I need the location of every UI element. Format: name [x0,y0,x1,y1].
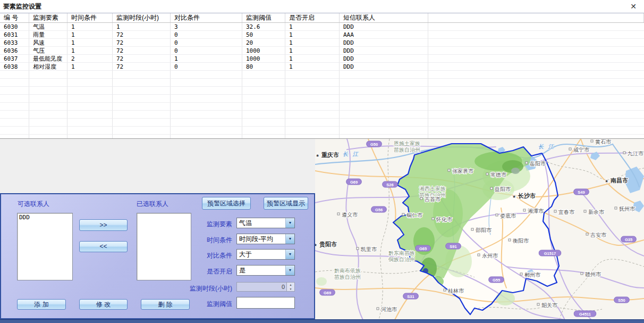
time-condition-select[interactable]: 时间段-平均 ▼ [236,234,295,244]
monitor-element-label: 监测要素 [168,220,232,229]
column-header[interactable]: 短信联系人 [340,13,428,22]
chevron-down-icon[interactable]: ▼ [285,218,294,228]
city-label: 郴州市 [524,272,541,278]
modify-button[interactable]: 修 改 [79,299,128,310]
table-cell: AAA [340,31,428,39]
warning-area-select-button[interactable]: 预警区域选择 [202,197,251,210]
available-contacts-listbox[interactable]: DDD [17,213,73,280]
spinner-arrows-icon[interactable]: ▲▼ [286,283,294,291]
table-cell [0,127,29,135]
road-badge-label: G55 [493,278,500,283]
table-cell [340,119,428,127]
chevron-down-icon[interactable]: ▼ [285,266,294,275]
table-cell: DDD [340,55,428,63]
table-cell: 72 [113,55,171,63]
table-row[interactable]: 6037最低能见度272110001DDD [0,55,644,63]
compare-condition-select[interactable]: 大于 ▼ [236,249,295,260]
table-cell [242,95,285,103]
table-cell [285,95,340,103]
selected-contacts-label: 已选联系人 [137,200,168,209]
column-header[interactable]: 编 号 [0,13,29,22]
table-row[interactable]: 6031雨量1720501AAA [0,31,644,39]
table-cell [171,135,242,139]
table-cell [67,79,113,87]
table-cell [113,119,171,127]
monitor-elements-table[interactable]: 编 号监测要素时间条件监测时段(小时)对比条件监测阈值是否开启短信联系人6030… [0,13,644,139]
chevron-down-icon[interactable]: ▼ [285,250,294,259]
road-badge-label: G1517 [544,251,556,256]
list-item[interactable]: DDD [18,213,72,221]
table-cell: 1 [67,23,113,31]
road-badge-label: G65 [419,246,427,251]
city-marker-icon [486,173,488,175]
table-cell [67,111,113,119]
table-cell [242,119,285,127]
column-header[interactable]: 对比条件 [171,13,242,22]
table-cell-filler [428,87,644,95]
road-badge-label: G69 [324,291,331,295]
table-cell [242,71,285,79]
table-cell [340,103,428,111]
table-cell: 1 [113,23,171,31]
column-header[interactable]: 监测阈值 [242,13,285,22]
city-marker-icon [420,197,422,200]
city-label: 赣州市 [585,271,601,277]
table-cell: 2 [67,55,113,63]
table-row[interactable]: 6033风速1720201DDD [0,39,644,47]
table-cell-filler [428,23,644,31]
table-row[interactable]: 6038相对湿度1720801DDD [0,63,644,71]
city-label: 重庆市 [321,152,339,158]
city-marker-icon [496,214,498,216]
table-cell: 0 [171,47,242,55]
prefecture-label: 黔东南苗族 [388,250,415,256]
prefecture-label: 苗族自治州 [394,147,420,153]
city-marker-icon [586,233,588,235]
move-right-button[interactable]: >> [79,219,128,231]
city-marker-icon [554,210,556,212]
table-cell [171,103,242,111]
table-cell [340,87,428,95]
monitor-period-spinner[interactable]: 0 ▲▼ [236,282,295,292]
table-row[interactable]: 6030气温11332.61DDD [0,23,644,31]
add-button[interactable]: 添 加 [17,299,66,310]
column-header[interactable]: 监测时段(小时) [113,13,171,22]
city-marker-icon [623,152,625,154]
table-cell [0,103,29,111]
table-cell: 50 [242,31,285,39]
table-cell: 6030 [0,23,29,31]
table-cell: 0 [171,31,242,39]
table-cell [29,79,67,87]
column-header[interactable]: 监测要素 [29,13,67,22]
table-cell [113,127,171,135]
monitor-element-select[interactable]: 气温 ▼ [236,218,295,228]
city-marker-icon [478,254,480,256]
table-cell [171,119,242,127]
table-cell [340,111,428,119]
table-cell [29,103,67,111]
column-header[interactable]: 时间条件 [67,13,113,22]
table-header-row[interactable]: 编 号监测要素时间条件监测时段(小时)对比条件监测阈值是否开启短信联系人 [0,13,644,23]
threshold-input[interactable] [236,297,295,309]
move-left-button[interactable]: << [79,241,128,252]
city-marker-icon [444,289,446,291]
enabled-select[interactable]: 是 ▼ [236,265,295,276]
table-empty-row [0,135,644,139]
table-cell-filler [428,13,644,22]
road-badge-label: G50 [370,142,378,147]
warning-region-map[interactable]: 长 江长 江 恩施土家族苗族自治州湘西土家族苗族自治州黔东南苗族侗族自治州黔南布… [315,139,644,320]
close-icon[interactable]: ✕ [628,1,639,12]
warning-area-display-button[interactable]: 预警区域显示 [264,197,308,210]
city-label: 衡阳市 [512,238,529,244]
table-cell [171,95,242,103]
available-contacts-label: 可选联系人 [18,200,49,209]
table-cell [67,95,113,103]
table-cell [0,119,29,127]
table-cell [340,95,428,103]
table-cell [113,71,171,79]
column-header[interactable]: 是否开启 [285,13,340,22]
table-cell: 1 [285,31,340,39]
chevron-down-icon[interactable]: ▼ [285,234,294,244]
table-cell [285,135,340,139]
table-empty-row [0,71,644,79]
table-row[interactable]: 6036气压172010001DDD [0,47,644,55]
